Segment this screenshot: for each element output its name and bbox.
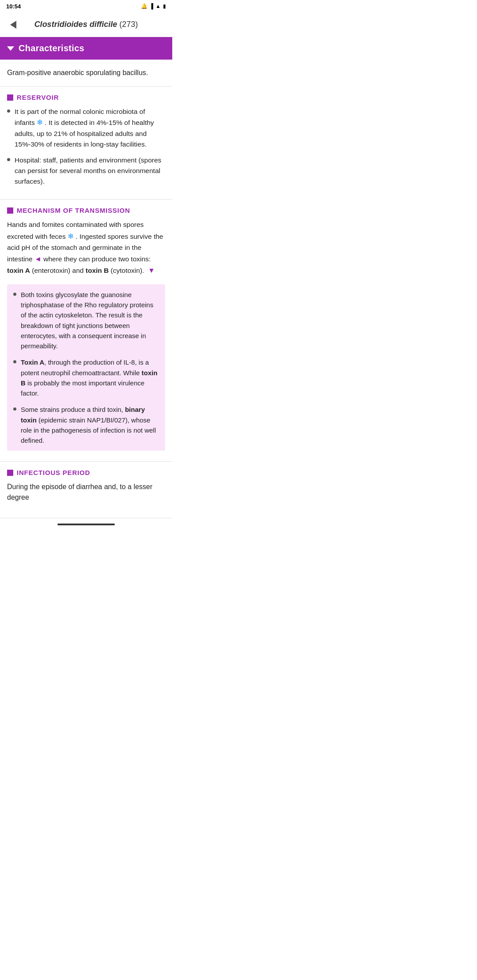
wifi-icon: ▲	[155, 3, 161, 9]
toxin-b-label: toxin B	[86, 267, 109, 274]
title-number: (273)	[119, 20, 138, 29]
intro-text: Gram-positive anaerobic sporulating baci…	[0, 60, 172, 87]
bullet-dot	[13, 293, 16, 296]
reservoir-item-2: Hospital: staff, patients and environmen…	[15, 155, 165, 187]
chevron-down-icon	[7, 46, 14, 51]
reservoir-section: RESERVOIR It is part of the normal colon…	[0, 87, 172, 200]
bullet-dot	[13, 407, 16, 411]
mechanism-label: MECHANISM OF TRANSMISSION	[17, 207, 130, 214]
snowflake-icon-2: ❄	[68, 232, 74, 241]
mechanism-icon	[7, 207, 13, 214]
list-item: Both toxins glycosylate the guanosine tr…	[13, 290, 159, 351]
page-title: Clostridioides difficile (273)	[23, 20, 169, 29]
home-indicator	[57, 524, 115, 525]
reservoir-icon	[7, 94, 13, 101]
highlight-item-3: Some strains produce a third toxin, bina…	[21, 404, 159, 445]
reservoir-item-1: It is part of the normal colonic microbi…	[15, 106, 165, 150]
status-time: 10:54	[6, 3, 21, 10]
battery-icon: ▮	[163, 3, 166, 9]
reservoir-title: RESERVOIR	[0, 94, 172, 106]
mechanism-text: Hands and fomites contaminated with spor…	[0, 219, 172, 281]
infectious-text: During the episode of diarrhea and, to a…	[0, 482, 172, 511]
status-icons: 🔔 ▐ ▲ ▮	[141, 3, 166, 9]
highlight-item-1: Both toxins glycosylate the guanosine tr…	[21, 290, 159, 351]
infectious-period-section: INFECTIOUS PERIOD During the episode of …	[0, 462, 172, 518]
characteristics-header[interactable]: Characteristics	[0, 37, 172, 60]
bullet-dot	[7, 109, 10, 113]
mechanism-section: MECHANISM OF TRANSMISSION Hands and fomi…	[0, 200, 172, 462]
back-button[interactable]	[4, 15, 23, 34]
list-item: It is part of the normal colonic microbi…	[7, 106, 165, 150]
reservoir-label: RESERVOIR	[17, 94, 59, 101]
notification-icon: 🔔	[141, 3, 148, 9]
highlight-box: Both toxins glycosylate the guanosine tr…	[7, 284, 165, 451]
triangle-left-icon: ◄	[34, 255, 42, 263]
content-area: Gram-positive anaerobic sporulating baci…	[0, 60, 172, 518]
list-item: Hospital: staff, patients and environmen…	[7, 155, 165, 187]
list-item: Toxin A, through the production of IL-8,…	[13, 357, 159, 398]
toxin-b-inline: toxin B	[21, 369, 157, 387]
list-item: Some strains produce a third toxin, bina…	[13, 404, 159, 445]
characteristics-title: Characteristics	[19, 43, 84, 53]
bullet-dot	[7, 158, 10, 161]
back-icon	[10, 21, 16, 29]
infectious-label: INFECTIOUS PERIOD	[17, 469, 90, 476]
infectious-icon	[7, 470, 13, 476]
toxin-a-label: toxin A	[7, 267, 30, 274]
highlight-item-2: Toxin A, through the production of IL-8,…	[21, 357, 159, 398]
signal-icon: ▐	[150, 3, 154, 9]
toxin-a-inline: Toxin A	[21, 358, 44, 366]
title-italic: Clostridioides difficile	[34, 20, 117, 29]
reservoir-list: It is part of the normal colonic microbi…	[0, 106, 172, 187]
highlight-list: Both toxins glycosylate the guanosine tr…	[13, 290, 159, 446]
triangle-down-icon: ▼	[148, 267, 155, 274]
bullet-dot	[13, 360, 16, 363]
binary-toxin-label: binary toxin	[21, 406, 145, 423]
status-bar: 10:54 🔔 ▐ ▲ ▮	[0, 0, 172, 12]
infectious-period-title: INFECTIOUS PERIOD	[0, 469, 172, 482]
bottom-nav	[0, 518, 172, 531]
snowflake-icon: ❄	[37, 118, 43, 127]
mechanism-title: MECHANISM OF TRANSMISSION	[0, 207, 172, 219]
app-bar: Clostridioides difficile (273)	[0, 12, 172, 37]
